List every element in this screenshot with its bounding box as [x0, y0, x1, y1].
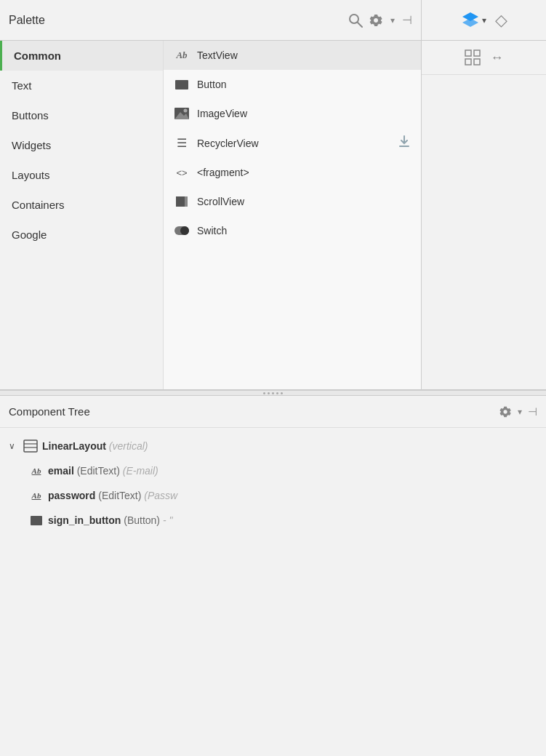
svg-rect-9	[474, 50, 480, 56]
search-icon[interactable]	[348, 13, 363, 28]
email-label: email (EditText) (E-mail)	[48, 465, 158, 477]
palette-item-scrollview[interactable]: ScrollView	[164, 187, 421, 216]
sidebar-item-layouts[interactable]: Layouts	[0, 160, 163, 190]
svg-rect-8	[465, 50, 471, 56]
palette-item-switch[interactable]: Switch	[164, 216, 421, 245]
sidebar-item-containers[interactable]: Containers	[0, 190, 163, 220]
palette-categories: Common Text Buttons Widgets Layouts Cont…	[0, 41, 164, 389]
sidebar-item-common[interactable]: Common	[0, 41, 163, 71]
resize-handle[interactable]	[0, 390, 546, 396]
gear-icon[interactable]	[369, 13, 383, 28]
gear-dropdown-arrow[interactable]: ▾	[390, 15, 395, 25]
svg-line-1	[358, 23, 362, 27]
edittext-password-icon: Ab	[29, 488, 44, 503]
palette-title: Palette	[9, 14, 45, 27]
right-header: ▾ ◇	[422, 0, 546, 40]
component-tree-section: Component Tree ▾ ⊣ ∨	[0, 396, 546, 756]
palette-item-textview[interactable]: Ab TextView	[164, 41, 421, 70]
resize-dot-3	[272, 392, 274, 394]
switch-label: Switch	[197, 225, 411, 236]
sidebar-item-google[interactable]: Google	[0, 220, 163, 250]
palette-items-list: Ab TextView Button	[164, 41, 422, 389]
diamond-icon[interactable]: ◇	[495, 11, 507, 30]
sidebar-item-buttons[interactable]: Buttons	[0, 100, 163, 130]
arrows-icon[interactable]: ↔	[491, 50, 504, 65]
password-label: password (EditText) (Passw	[48, 490, 177, 501]
button-sign-in-icon	[29, 513, 44, 528]
tree-collapse-icon[interactable]: ⊣	[528, 405, 537, 418]
resize-dot-4	[276, 392, 278, 394]
fragment-label: <fragment>	[197, 167, 411, 178]
download-badge	[398, 135, 411, 151]
tree-item-password[interactable]: Ab password (EditText) (Passw	[0, 483, 546, 508]
palette-header-right: ▾ ⊣	[348, 13, 412, 28]
button-icon	[174, 76, 190, 92]
textview-icon: Ab	[174, 47, 190, 63]
recyclerview-icon: ☰	[174, 135, 190, 151]
imageview-icon	[174, 106, 190, 122]
fragment-icon: <>	[174, 164, 190, 180]
tree-content: ∨ LinearLayout (vertical) Ab	[0, 428, 546, 538]
scrollview-label: ScrollView	[197, 196, 411, 207]
palette-item-fragment[interactable]: <> <fragment>	[164, 158, 421, 187]
resize-dot-5	[281, 392, 283, 394]
tree-item-email[interactable]: Ab email (EditText) (E-mail)	[0, 458, 546, 483]
palette-body: Common Text Buttons Widgets Layouts Cont…	[0, 41, 546, 390]
resize-dots	[263, 392, 283, 394]
recyclerview-label: RecyclerView	[197, 138, 390, 149]
sign-in-button-label: sign_in_button (Button) - "	[48, 514, 172, 526]
component-tree-title: Component Tree	[9, 405, 90, 418]
tree-chevron-linearlayout[interactable]: ∨	[9, 441, 19, 451]
scrollview-icon	[174, 194, 190, 210]
tree-item-linearlayout[interactable]: ∨ LinearLayout (vertical)	[0, 434, 546, 458]
button-label: Button	[197, 79, 411, 90]
tree-item-sign-in-button[interactable]: sign_in_button (Button) - "	[0, 508, 546, 533]
edittext-email-icon: Ab	[29, 463, 44, 478]
svg-rect-11	[474, 59, 480, 65]
svg-rect-12	[24, 440, 37, 452]
resize-dot-1	[263, 392, 265, 394]
layers-icon[interactable]: ▾	[461, 11, 486, 30]
linearlayout-label: LinearLayout (vertical)	[42, 440, 148, 452]
grid-icon[interactable]	[465, 49, 481, 65]
app-container: Palette ▾ ⊣	[0, 0, 546, 756]
right-column-palette: ↔	[422, 41, 546, 389]
sidebar-item-text[interactable]: Text	[0, 71, 163, 100]
textview-label: TextView	[197, 49, 411, 61]
component-tree-icons: ▾ ⊣	[499, 405, 537, 418]
tree-gear-dropdown[interactable]: ▾	[518, 407, 522, 417]
switch-icon	[174, 223, 190, 239]
linearlayout-icon	[23, 439, 38, 453]
palette-item-button[interactable]: Button	[164, 70, 421, 99]
imageview-label: ImageView	[197, 108, 411, 119]
svg-point-6	[184, 109, 188, 113]
palette-header: Palette ▾ ⊣	[0, 0, 422, 40]
component-tree-header: Component Tree ▾ ⊣	[0, 396, 546, 428]
resize-dot-2	[268, 392, 270, 394]
collapse-icon[interactable]: ⊣	[402, 13, 412, 27]
sidebar-item-widgets[interactable]: Widgets	[0, 130, 163, 160]
svg-rect-10	[465, 59, 471, 65]
tree-gear-icon[interactable]	[499, 405, 512, 418]
palette-item-recyclerview[interactable]: ☰ RecyclerView	[164, 128, 421, 158]
svg-marker-3	[462, 18, 478, 27]
palette-item-imageview[interactable]: ImageView	[164, 99, 421, 128]
right-column-icons: ↔	[422, 41, 546, 75]
top-header: Palette ▾ ⊣	[0, 0, 546, 41]
svg-point-0	[350, 15, 358, 23]
